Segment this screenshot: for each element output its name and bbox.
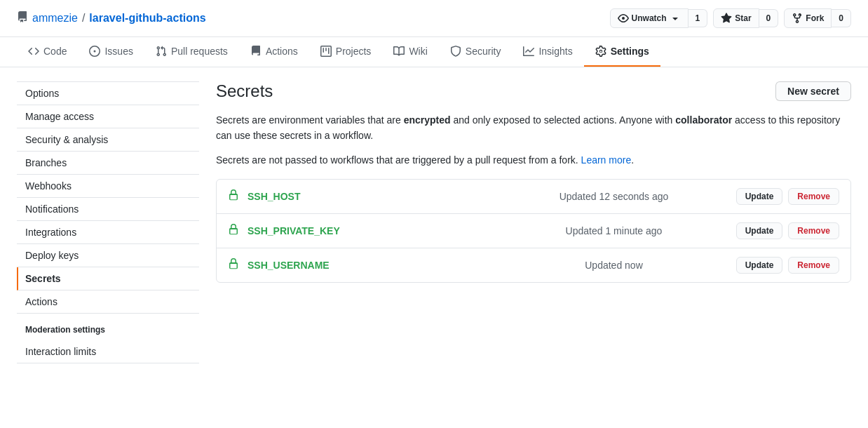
unwatch-button[interactable]: Unwatch	[610, 8, 689, 28]
unwatch-count: 1	[689, 9, 708, 27]
learn-more-link[interactable]: Learn more	[581, 154, 632, 166]
secrets-title: Secrets	[216, 81, 273, 101]
secret-actions: Update Remove	[736, 222, 839, 239]
star-group: Star 0	[713, 8, 778, 28]
unwatch-group: Unwatch 1	[610, 8, 708, 28]
remove-button[interactable]: Remove	[788, 257, 839, 274]
star-count: 0	[759, 9, 779, 27]
repo-actions: Unwatch 1 Star 0 Fork 0	[610, 8, 851, 28]
tab-wiki[interactable]: Wiki	[382, 37, 438, 67]
secret-updated: Updated 1 minute ago	[491, 225, 735, 236]
sidebar-item-manage-access[interactable]: Manage access	[17, 105, 199, 128]
settings-icon	[595, 46, 606, 57]
tab-projects[interactable]: Projects	[309, 37, 383, 67]
secret-name: SSH_HOST	[247, 191, 491, 202]
sidebar-item-deploy-keys[interactable]: Deploy keys	[17, 244, 199, 267]
lock-icon	[228, 258, 239, 272]
table-row: SSH_USERNAME Updated now Update Remove	[217, 248, 850, 282]
org-link[interactable]: ammezie	[32, 12, 78, 25]
secret-name: SSH_PRIVATE_KEY	[247, 225, 491, 236]
secret-name: SSH_USERNAME	[247, 260, 491, 271]
sidebar-item-options[interactable]: Options	[17, 81, 199, 105]
star-icon	[721, 13, 732, 24]
actions-icon	[250, 46, 262, 57]
update-button[interactable]: Update	[736, 188, 783, 205]
description-2: Secrets are not passed to workflows that…	[216, 152, 851, 168]
repo-separator: /	[82, 12, 85, 25]
security-icon	[450, 46, 461, 57]
fork-count: 0	[832, 9, 851, 27]
fork-group: Fork 0	[784, 8, 851, 28]
tab-pull-requests[interactable]: Pull requests	[144, 37, 239, 67]
remove-button[interactable]: Remove	[788, 222, 839, 239]
lock-icon	[228, 189, 239, 203]
sidebar-item-actions[interactable]: Actions	[17, 290, 199, 314]
secret-actions: Update Remove	[736, 188, 839, 205]
eye-icon	[618, 13, 629, 24]
wiki-icon	[393, 46, 405, 57]
tab-code[interactable]: Code	[17, 37, 78, 67]
sidebar-item-webhooks[interactable]: Webhooks	[17, 175, 199, 198]
secret-updated: Updated now	[491, 260, 735, 271]
star-button[interactable]: Star	[713, 8, 759, 28]
chevron-down-icon	[670, 13, 681, 24]
repo-title: ammezie / laravel-github-actions	[17, 11, 206, 25]
pr-icon	[156, 46, 167, 57]
moderation-header: Moderation settings	[17, 314, 199, 340]
lock-icon	[228, 224, 239, 238]
repo-icon	[17, 11, 28, 25]
tab-actions[interactable]: Actions	[239, 37, 309, 67]
secret-updated: Updated 12 seconds ago	[491, 191, 735, 202]
sidebar-item-security-analysis[interactable]: Security & analysis	[17, 128, 199, 152]
main-content: Secrets New secret Secrets are environme…	[216, 81, 851, 363]
sidebar-item-secrets[interactable]: Secrets	[17, 267, 199, 290]
secret-actions: Update Remove	[736, 257, 839, 274]
nav-tabs: Code Issues Pull requests Actions Projec…	[0, 37, 868, 67]
projects-icon	[320, 46, 332, 57]
update-button[interactable]: Update	[736, 257, 783, 274]
sidebar-item-notifications[interactable]: Notifications	[17, 198, 199, 221]
tab-issues[interactable]: Issues	[78, 37, 144, 67]
code-icon	[28, 46, 39, 57]
fork-icon	[792, 13, 803, 24]
sidebar-item-branches[interactable]: Branches	[17, 152, 199, 175]
update-button[interactable]: Update	[736, 222, 783, 239]
table-row: SSH_PRIVATE_KEY Updated 1 minute ago Upd…	[217, 214, 850, 248]
secrets-list: SSH_HOST Updated 12 seconds ago Update R…	[216, 179, 851, 283]
tab-security[interactable]: Security	[439, 37, 513, 67]
tab-insights[interactable]: Insights	[512, 37, 583, 67]
fork-button[interactable]: Fork	[784, 8, 832, 28]
description-1: Secrets are environment variables that a…	[216, 112, 851, 144]
table-row: SSH_HOST Updated 12 seconds ago Update R…	[217, 180, 850, 214]
layout: Options Manage access Security & analysi…	[0, 67, 868, 377]
sidebar-item-integrations[interactable]: Integrations	[17, 221, 199, 244]
tab-settings[interactable]: Settings	[584, 37, 660, 67]
insights-icon	[523, 46, 534, 57]
repo-link[interactable]: laravel-github-actions	[89, 12, 205, 25]
sidebar: Options Manage access Security & analysi…	[17, 81, 199, 363]
issue-icon	[89, 46, 100, 57]
sidebar-item-interaction-limits[interactable]: Interaction limits	[17, 340, 199, 363]
new-secret-button[interactable]: New secret	[775, 81, 851, 101]
secrets-header: Secrets New secret	[216, 81, 851, 101]
top-bar: ammezie / laravel-github-actions Unwatch…	[0, 0, 868, 37]
remove-button[interactable]: Remove	[788, 188, 839, 205]
